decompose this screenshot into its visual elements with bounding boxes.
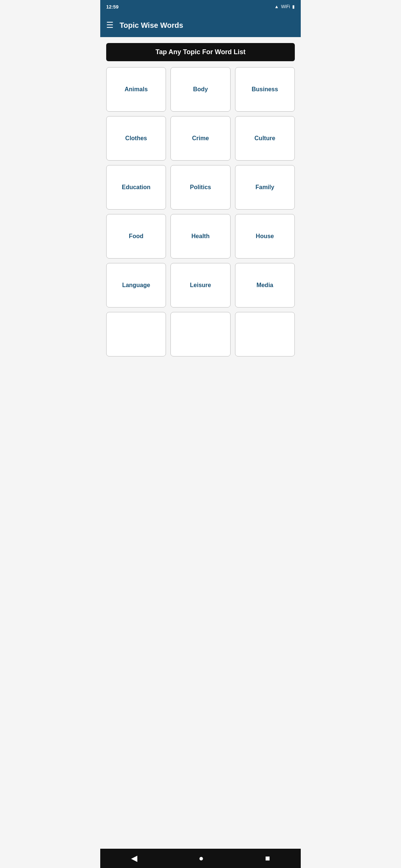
bottom-nav: ◀ ● ■: [100, 849, 301, 868]
topic-card-more2: [170, 312, 230, 356]
topic-label-clothes: Clothes: [122, 132, 150, 145]
battery-icon: ▮: [292, 4, 295, 9]
topic-label-health: Health: [189, 230, 213, 243]
signal-icon: ▲: [274, 4, 279, 9]
back-button[interactable]: ◀: [131, 854, 137, 863]
status-icons: ▲ WiFi ▮: [274, 4, 295, 9]
page-title: Topic Wise Words: [120, 21, 183, 30]
topic-label-crime: Crime: [189, 132, 212, 145]
topic-label-language: Language: [119, 279, 153, 292]
wifi-icon: WiFi: [281, 4, 290, 9]
topic-label-animals: Animals: [122, 83, 151, 96]
status-bar: 12:59 ▲ WiFi ▮: [100, 0, 301, 13]
topic-card-more3: [235, 312, 295, 356]
topic-card-politics[interactable]: Politics: [170, 165, 230, 210]
topic-label-body: Body: [190, 83, 211, 96]
topic-label-leisure: Leisure: [187, 279, 214, 292]
topic-label-house: House: [253, 230, 277, 243]
home-button[interactable]: ●: [199, 854, 203, 863]
topic-label-culture: Culture: [251, 132, 278, 145]
recent-button[interactable]: ■: [265, 854, 270, 863]
topic-card-body[interactable]: Body: [170, 67, 230, 112]
topic-label-business: Business: [249, 83, 281, 96]
topic-card-leisure[interactable]: Leisure: [170, 263, 230, 308]
topic-label-education: Education: [119, 181, 153, 194]
topic-card-language[interactable]: Language: [106, 263, 166, 308]
menu-icon[interactable]: ☰: [106, 20, 114, 30]
topic-card-crime[interactable]: Crime: [170, 116, 230, 161]
topic-card-more1: [106, 312, 166, 356]
topic-card-health[interactable]: Health: [170, 214, 230, 259]
topic-label-food: Food: [126, 230, 146, 243]
topic-card-education[interactable]: Education: [106, 165, 166, 210]
banner: Tap Any Topic For Word List: [106, 43, 295, 61]
topic-card-food[interactable]: Food: [106, 214, 166, 259]
topic-label-media: Media: [254, 279, 276, 292]
topics-grid: AnimalsBodyBusinessClothesCrimeCultureEd…: [106, 67, 295, 356]
app-header: ☰ Topic Wise Words: [100, 13, 301, 37]
topic-card-clothes[interactable]: Clothes: [106, 116, 166, 161]
status-time: 12:59: [106, 4, 118, 10]
topic-card-house[interactable]: House: [235, 214, 295, 259]
topic-card-family[interactable]: Family: [235, 165, 295, 210]
topic-label-politics: Politics: [187, 181, 214, 194]
topics-grid-container: AnimalsBodyBusinessClothesCrimeCultureEd…: [100, 67, 301, 849]
topic-label-family: Family: [252, 181, 277, 194]
topic-card-business[interactable]: Business: [235, 67, 295, 112]
topic-card-animals[interactable]: Animals: [106, 67, 166, 112]
topic-card-media[interactable]: Media: [235, 263, 295, 308]
topic-card-culture[interactable]: Culture: [235, 116, 295, 161]
